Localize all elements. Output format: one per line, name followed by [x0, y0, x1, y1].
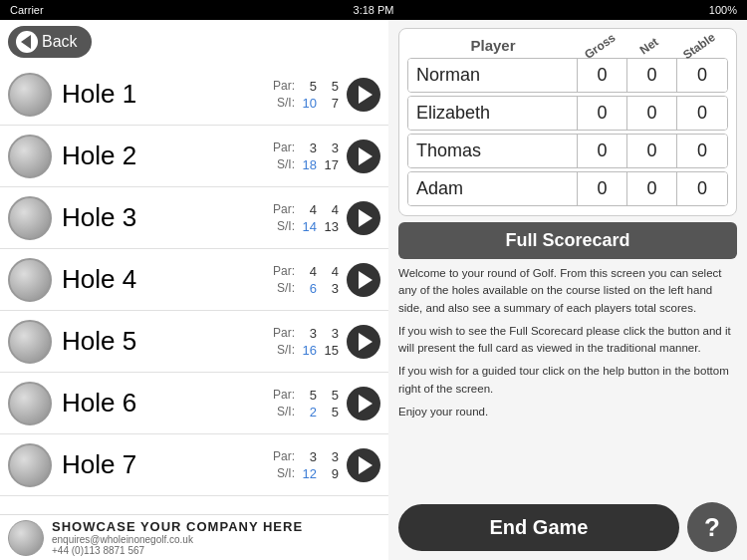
play-button-5[interactable] [347, 325, 380, 359]
hole-icon-4 [8, 258, 52, 302]
gross-score-1: 0 [578, 59, 627, 92]
hole-name-6: Hole 6 [62, 388, 273, 419]
stable-score-2: 0 [677, 97, 727, 130]
gross-header: Gross [579, 35, 628, 56]
net-header: Net [628, 35, 678, 56]
hole-row-3: Hole 3 Par: 4 4 S/I: 14 13 [0, 187, 388, 249]
hole-name-2: Hole 2 [62, 140, 273, 171]
hole-row-7: Hole 7 Par: 3 3 S/I: 12 9 [0, 434, 388, 496]
par-row-2: Par: 3 3 [273, 140, 339, 155]
desc-para3: If you wish for a guided tour click on t… [398, 363, 737, 398]
player-row-2: Elizabeth 0 0 0 [407, 96, 728, 131]
holes-panel: Back Hole 1 Par: 5 5 S/I: 10 7 [0, 20, 388, 560]
play-triangle-icon-1 [359, 86, 373, 104]
si-row-4: S/I: 6 3 [277, 281, 339, 296]
net-score-2: 0 [627, 97, 677, 130]
play-triangle-icon-4 [359, 271, 373, 289]
play-button-6[interactable] [347, 387, 380, 420]
play-button-1[interactable] [347, 78, 380, 112]
hole-icon-3 [8, 196, 52, 240]
par-row-7: Par: 3 3 [273, 449, 339, 464]
hole-row-6: Hole 6 Par: 5 5 S/I: 2 5 [0, 373, 388, 434]
scorecard-container: Player Gross Net Stable Norman 0 0 0 Eli… [398, 28, 737, 216]
hole-name-5: Hole 5 [62, 326, 273, 357]
hole-icon-7 [8, 443, 52, 487]
play-triangle-icon-2 [359, 147, 373, 165]
full-scorecard-button[interactable]: Full Scorecard [398, 222, 737, 259]
si-row-7: S/I: 12 9 [277, 466, 339, 481]
stable-score-4: 0 [677, 172, 727, 205]
time-display: 3:18 PM [354, 4, 394, 16]
status-bar: Carrier 3:18 PM 100% [0, 0, 747, 20]
gross-score-3: 0 [578, 135, 627, 167]
stable-header: Stable [678, 35, 728, 56]
back-chevron-icon [21, 35, 31, 49]
player-row-4: Adam 0 0 0 [407, 171, 728, 206]
right-panel: Player Gross Net Stable Norman 0 0 0 Eli… [388, 20, 747, 560]
play-button-4[interactable] [347, 263, 380, 297]
hole-row-1: Hole 1 Par: 5 5 S/I: 10 7 [0, 64, 388, 126]
showcase-email: enquires@wholeinonegolf.co.uk [52, 534, 303, 545]
description-text: Welcome to your round of Golf. From this… [398, 265, 737, 496]
bottom-actions: End Game ? [398, 502, 737, 552]
help-button[interactable]: ? [687, 502, 737, 552]
carrier-text: Carrier [10, 4, 44, 16]
play-button-3[interactable] [347, 201, 380, 235]
hole-name-7: Hole 7 [62, 449, 273, 480]
showcase-text-block: SHOWCASE YOUR COMPANY HERE enquires@whol… [52, 519, 303, 556]
net-score-4: 0 [627, 172, 677, 205]
hole-icon-5 [8, 320, 52, 364]
showcase-footer: SHOWCASE YOUR COMPANY HERE enquires@whol… [0, 514, 388, 560]
hole-stats-1: Par: 5 5 S/I: 10 7 [273, 79, 339, 111]
player-row-1: Norman 0 0 0 [407, 58, 728, 93]
back-button-label: Back [42, 33, 78, 51]
player-name-4: Adam [408, 172, 578, 205]
player-row-3: Thomas 0 0 0 [407, 134, 728, 168]
battery-display: 100% [709, 4, 737, 16]
si-row-1: S/I: 10 7 [277, 96, 339, 111]
hole-stats-2: Par: 3 3 S/I: 18 17 [273, 140, 339, 172]
par-row-6: Par: 5 5 [273, 388, 339, 403]
si-row-5: S/I: 16 15 [277, 343, 339, 358]
hole-name-4: Hole 4 [62, 264, 273, 295]
hole-row-4: Hole 4 Par: 4 4 S/I: 6 3 [0, 249, 388, 311]
desc-para4: Enjoy your round. [398, 404, 737, 420]
stable-score-3: 0 [677, 135, 727, 167]
showcase-logo [8, 520, 44, 556]
showcase-phone: +44 (0)113 8871 567 [52, 545, 303, 556]
end-game-button[interactable]: End Game [398, 504, 679, 551]
hole-stats-6: Par: 5 5 S/I: 2 5 [273, 388, 339, 420]
stable-score-1: 0 [677, 59, 727, 92]
net-score-3: 0 [627, 135, 677, 167]
back-button[interactable]: Back [8, 26, 92, 58]
si-row-6: S/I: 2 5 [277, 405, 339, 420]
play-button-2[interactable] [347, 140, 380, 173]
play-triangle-icon-5 [359, 333, 373, 351]
desc-para1: Welcome to your round of Golf. From this… [398, 265, 737, 317]
par-row-3: Par: 4 4 [273, 202, 339, 217]
par-row-1: Par: 5 5 [273, 79, 339, 94]
player-header: Player [407, 35, 579, 56]
hole-row-2: Hole 2 Par: 3 3 S/I: 18 17 [0, 126, 388, 187]
back-button-container: Back [0, 20, 388, 64]
scorecard-header-row: Player Gross Net Stable [407, 35, 728, 58]
si-row-2: S/I: 18 17 [277, 157, 339, 172]
showcase-title: SHOWCASE YOUR COMPANY HERE [52, 519, 303, 534]
gross-score-4: 0 [578, 172, 627, 205]
par-row-4: Par: 4 4 [273, 264, 339, 279]
hole-icon-1 [8, 73, 52, 117]
net-score-1: 0 [627, 59, 677, 92]
player-name-2: Elizabeth [408, 97, 578, 130]
play-triangle-icon-3 [359, 209, 373, 227]
hole-stats-7: Par: 3 3 S/I: 12 9 [273, 449, 339, 481]
hole-stats-3: Par: 4 4 S/I: 14 13 [273, 202, 339, 234]
hole-name-3: Hole 3 [62, 202, 273, 233]
play-triangle-icon-7 [359, 456, 373, 474]
hole-stats-4: Par: 4 4 S/I: 6 3 [273, 264, 339, 296]
hole-icon-6 [8, 382, 52, 425]
si-row-3: S/I: 14 13 [277, 219, 339, 234]
play-button-7[interactable] [347, 448, 380, 482]
play-triangle-icon-6 [359, 395, 373, 413]
hole-stats-5: Par: 3 3 S/I: 16 15 [273, 326, 339, 358]
hole-row-5: Hole 5 Par: 3 3 S/I: 16 15 [0, 311, 388, 373]
